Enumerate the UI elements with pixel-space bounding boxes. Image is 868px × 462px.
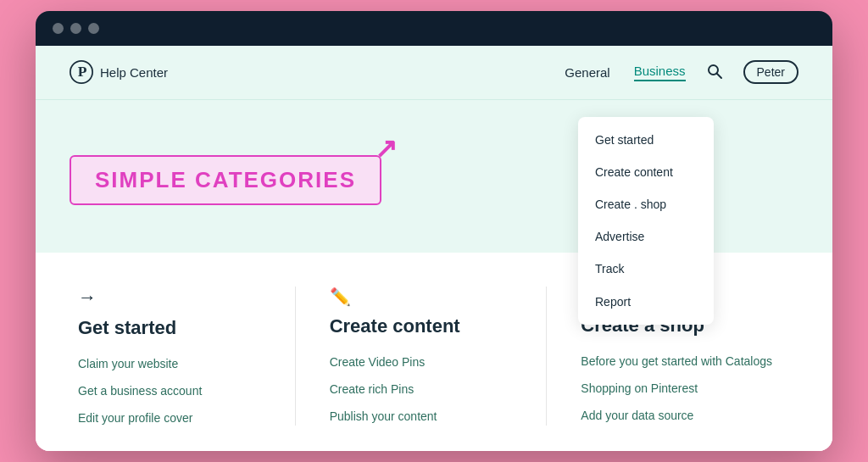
logo-area: P Help Center xyxy=(70,60,168,84)
link-video-pins[interactable]: Create Video Pins xyxy=(330,354,538,370)
search-button[interactable] xyxy=(703,59,726,86)
site-header: P Help Center General Business Peter xyxy=(36,46,832,100)
categories-badge: SIMPLE CATEGORIES xyxy=(70,155,381,205)
link-claim-website[interactable]: Claim your website xyxy=(78,356,287,371)
pinterest-logo-icon: P xyxy=(70,60,93,84)
category-links-create-content: Create Video Pins Create rich Pins Publi… xyxy=(330,354,538,425)
dropdown-item-track[interactable]: Track xyxy=(578,253,714,285)
nav-general[interactable]: General xyxy=(565,65,609,80)
svg-text:P: P xyxy=(78,63,87,80)
pencil-icon: ✏️ xyxy=(330,287,538,307)
link-rich-pins[interactable]: Create rich Pins xyxy=(330,381,538,397)
page-content: P Help Center General Business Peter xyxy=(36,46,832,452)
browser-dot-2 xyxy=(70,23,81,34)
nav-links: General Business xyxy=(565,64,685,81)
dropdown-item-advertise[interactable]: Advertise xyxy=(578,220,714,253)
category-get-started: → Get started Claim your website Get a b… xyxy=(70,287,296,426)
search-icon xyxy=(706,63,723,80)
link-business-account[interactable]: Get a business account xyxy=(78,383,287,398)
category-title-get-started: Get started xyxy=(78,317,287,339)
link-shopping-pinterest[interactable]: Shopping on Pinterest xyxy=(581,381,790,396)
link-publish-content[interactable]: Publish your content xyxy=(330,409,538,424)
link-data-source[interactable]: Add your data source xyxy=(581,408,790,423)
arrow-icon: ↗ xyxy=(375,132,398,164)
dropdown-item-get-started[interactable]: Get started xyxy=(578,124,714,156)
dropdown-item-create-content[interactable]: Create content xyxy=(578,156,714,188)
nav-business[interactable]: Business xyxy=(634,64,686,81)
category-links-get-started: Claim your website Get a business accoun… xyxy=(78,356,287,426)
browser-chrome xyxy=(36,11,832,46)
categories-label: SIMPLE CATEGORIES xyxy=(95,167,356,192)
category-create-content: ✏️ Create content Create Video Pins Crea… xyxy=(321,287,548,426)
category-links-create-shop: Before you get started with Catalogs Sho… xyxy=(581,353,790,424)
browser-dot-3 xyxy=(88,23,99,34)
dropdown-item-create-shop[interactable]: Create . shop xyxy=(578,188,714,220)
browser-window: P Help Center General Business Peter xyxy=(36,11,832,452)
category-title-create-content: Create content xyxy=(330,315,538,337)
dropdown-item-report[interactable]: Report xyxy=(578,286,714,318)
dropdown-menu: Get started Create content Create . shop… xyxy=(578,117,714,325)
hero-section: SIMPLE CATEGORIES ↗ Get started Create c… xyxy=(36,100,832,253)
svg-line-3 xyxy=(716,73,721,78)
user-button[interactable]: Peter xyxy=(743,60,798,84)
arrow-right-icon: → xyxy=(78,287,287,309)
help-center-label: Help Center xyxy=(100,65,168,80)
link-catalogs[interactable]: Before you get started with Catalogs xyxy=(581,353,790,369)
browser-dot-1 xyxy=(53,23,64,34)
link-profile-cover[interactable]: Edit your profile cover xyxy=(78,410,287,426)
